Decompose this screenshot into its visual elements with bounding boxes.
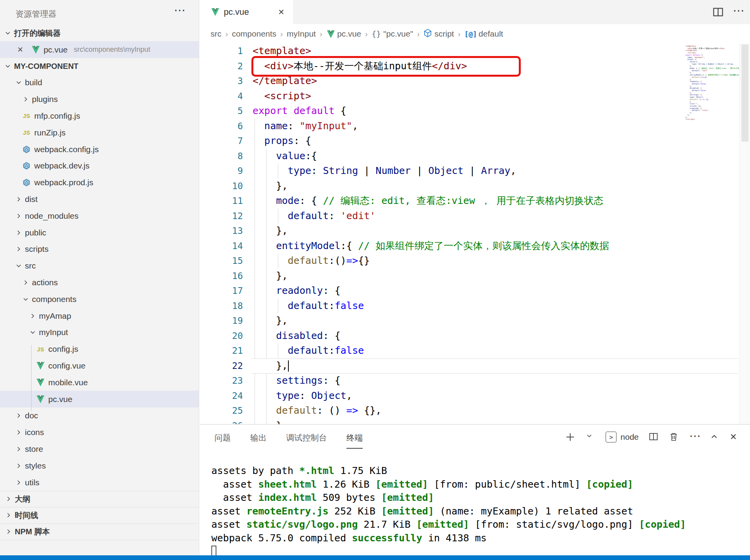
editor-more-actions-icon[interactable]: ⋯ (733, 7, 744, 18)
code-line-25[interactable]: 25 default: () => {}, (200, 403, 750, 418)
panel-trash-icon[interactable] (669, 432, 679, 442)
terminal-instance-selector[interactable]: > node (606, 432, 639, 442)
code-line-23[interactable]: 23 settings: { (200, 373, 750, 388)
tree-item-webpack-prod-js[interactable]: webpack.prod.js (0, 174, 199, 191)
tree-item-myInput[interactable]: myInput (0, 324, 199, 341)
code-line-5[interactable]: 5 export default { (200, 104, 750, 119)
line-number: 13 (200, 223, 243, 239)
split-editor-icon[interactable] (713, 7, 724, 18)
tree-item-scripts[interactable]: scripts (0, 241, 199, 258)
tree-item-dist[interactable]: dist (0, 191, 199, 208)
panel-tab-调试控制台[interactable]: 调试控制台 (286, 432, 327, 449)
panel-tab-问题[interactable]: 问题 (214, 432, 231, 449)
breadcrumb-item-3[interactable]: pc.vue (326, 29, 361, 39)
tree-item-mobile-vue[interactable]: mobile.vue (0, 374, 199, 391)
tree-item-pc-vue[interactable]: pc.vue (0, 391, 199, 407)
terminal-output[interactable]: assets by path *.html 1.75 KiB asset she… (211, 464, 746, 558)
code-line-21[interactable]: 21 default:false (200, 343, 750, 358)
explorer-more-actions-icon[interactable]: ⋯ (174, 3, 186, 17)
vue-file-icon (211, 8, 220, 16)
text-cursor (288, 360, 289, 372)
open-editor-item-pc-vue[interactable]: ✕ pc.vue src\components\myInput (0, 41, 199, 58)
code-line-22[interactable]: 22 }, (200, 358, 750, 374)
close-icon[interactable]: ✕ (17, 45, 23, 54)
tree-item-myAmap[interactable]: myAmap (0, 307, 199, 324)
panel-chevron-down-icon[interactable] (585, 432, 595, 442)
code-line-12[interactable]: 12 default: 'edit' (200, 209, 750, 224)
code-line-26[interactable]: 26 } (200, 418, 750, 425)
breadcrumb-separator: › (225, 30, 228, 39)
tree-item-public[interactable]: public (0, 224, 199, 241)
breadcrumb-item-1[interactable]: components (232, 29, 276, 39)
line-number: 23 (200, 373, 243, 388)
tab-pc-vue[interactable]: pc.vue ✕ (200, 0, 293, 24)
breadcrumb-item-5[interactable]: script (423, 29, 454, 39)
tree-item-src[interactable]: src (0, 258, 199, 274)
panel-close-icon[interactable]: ✕ (730, 432, 740, 442)
code-line-19[interactable]: 19 }, (200, 313, 750, 328)
tab-close-icon[interactable]: ✕ (278, 7, 285, 17)
tree-item-styles[interactable]: styles (0, 457, 199, 474)
code-line-15[interactable]: 15 default:()=>{} (200, 253, 750, 269)
breadcrumb-item-6[interactable]: [@]default (464, 29, 503, 39)
code-line-17[interactable]: 17 readonly: { (200, 283, 750, 298)
breadcrumb-item-0[interactable]: src (211, 29, 221, 39)
code-line-3[interactable]: 3 </template> (200, 74, 750, 89)
tree-item-plugins[interactable]: plugins (0, 91, 199, 108)
panel-more-icon[interactable]: ⋯ (689, 432, 699, 442)
line-number: 8 (200, 149, 243, 164)
code-line-24[interactable]: 24 type: Object, (200, 388, 750, 404)
code-line-10[interactable]: 10 }, (200, 179, 750, 194)
terminal-line: assets by path *.html 1.75 KiB (211, 464, 746, 478)
code-line-13[interactable]: 13 }, (200, 223, 750, 239)
code-line-18[interactable]: 18 default:false (200, 298, 750, 314)
sidebar-section-NPM-脚本[interactable]: NPM 脚本 (0, 524, 199, 540)
breadcrumb-item-4[interactable]: {}"pc.vue" (372, 29, 413, 39)
code-line-2[interactable]: 2 <div>本地--开发一个基础input组件</div> (200, 59, 750, 74)
project-root-header[interactable]: MY-COMPONENT (0, 58, 199, 74)
panel-tab-终端[interactable]: 终端 (346, 432, 363, 449)
code-line-14[interactable]: 14 entityModel:{ // 如果组件绑定了一个实体，则该属性会传入实… (200, 239, 750, 254)
code-line-7[interactable]: 7 props: { (200, 133, 750, 149)
panel-split-icon[interactable] (649, 432, 659, 442)
tree-item-icons[interactable]: icons (0, 424, 199, 441)
tree-item-utils[interactable]: utils (0, 474, 199, 491)
code-line-1[interactable]: 1 <template> (200, 44, 750, 59)
vscode-window: 资源管理器 ⋯ 打开的编辑器 ✕ pc.vue src\components\m… (0, 0, 750, 560)
sidebar-section-大纲[interactable]: 大纲 (0, 491, 199, 507)
tree-item-config-js[interactable]: JSconfig.js (0, 341, 199, 358)
tree-item-store[interactable]: store (0, 441, 199, 458)
code-line-11[interactable]: 11 mode: { // 编辑态: edit, 查看态:view ， 用于在子… (200, 193, 750, 209)
sidebar-section-时间线[interactable]: 时间线 (0, 507, 199, 524)
chevron-right-icon (15, 479, 23, 486)
code-line-6[interactable]: 6 name: "myInput", (200, 119, 750, 134)
tree-item-webpack-config-js[interactable]: webpack.config.js (0, 141, 199, 158)
code-editor[interactable]: 1 <template> 2 <div>本地--开发一个基础input组件</d… (200, 44, 750, 424)
code-line-20[interactable]: 20 disabled: { (200, 328, 750, 344)
line-number: 20 (200, 328, 243, 344)
panel-tab-输出[interactable]: 输出 (250, 432, 267, 449)
tree-item-components[interactable]: components (0, 291, 199, 307)
chevron-right-icon (22, 279, 30, 286)
tree-item-runZip-js[interactable]: JSrunZip.js (0, 124, 199, 141)
tree-item-webpack-dev-js[interactable]: webpack.dev.js (0, 158, 199, 174)
line-number: 1 (200, 44, 243, 59)
open-editors-header[interactable]: 打开的编辑器 (0, 25, 199, 41)
code-line-9[interactable]: 9 type: String | Number | Object | Array… (200, 163, 750, 179)
breadcrumb-item-2[interactable]: myInput (287, 29, 316, 39)
tree-item-actions[interactable]: actions (0, 274, 199, 291)
editor-scrollbar[interactable] (739, 44, 750, 424)
panel-chevron-up-icon[interactable] (710, 432, 720, 442)
tree-item-config-vue[interactable]: config.vue (0, 358, 199, 374)
tree-item-doc[interactable]: doc (0, 407, 199, 424)
scrollbar-thumb[interactable] (741, 44, 748, 142)
minimap[interactable]: <template> <div>本地--开发一个基础input组件</div> … (685, 45, 739, 294)
code-line-4[interactable]: 4 <script> (200, 89, 750, 104)
chevron-right-icon (29, 312, 37, 320)
code-line-8[interactable]: 8 value:{ (200, 149, 750, 164)
panel-add-icon[interactable] (565, 432, 575, 442)
tree-item-mfp-config-js[interactable]: JSmfp.config.js (0, 108, 199, 125)
tree-item-node-modules[interactable]: node_modules (0, 207, 199, 224)
tree-item-build[interactable]: build (0, 74, 199, 91)
code-line-16[interactable]: 16 }, (200, 269, 750, 284)
